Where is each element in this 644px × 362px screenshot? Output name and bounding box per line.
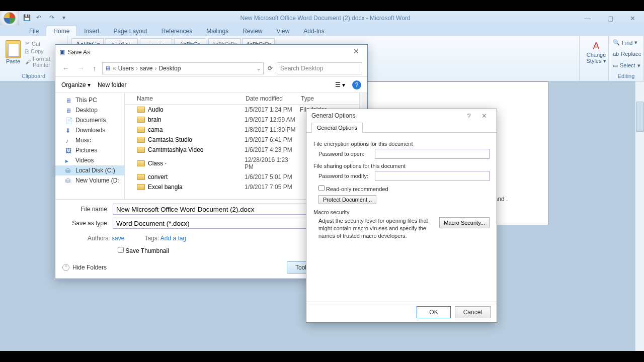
- nav-icon: ♪: [65, 137, 72, 143]
- close-button[interactable]: ✕: [621, 13, 644, 23]
- encryption-section-label: File encryption options for this documen…: [313, 141, 490, 147]
- general-options-tab[interactable]: General Options: [311, 123, 363, 133]
- vertical-scrollbar[interactable]: [635, 81, 644, 351]
- redo-icon[interactable]: ↷: [49, 14, 57, 22]
- macro-section-label: Macro security: [313, 209, 490, 215]
- save-icon[interactable]: 💾: [23, 14, 31, 22]
- nav-item[interactable]: 🖼Pictures: [55, 145, 124, 155]
- folder-icon: [137, 137, 145, 143]
- search-input[interactable]: Search Desktop: [277, 62, 362, 74]
- folder-icon: [137, 184, 145, 190]
- folder-icon: [137, 127, 145, 133]
- authors-label: Authors:: [88, 235, 110, 242]
- readonly-checkbox[interactable]: Read-only recommended: [318, 185, 388, 192]
- password-open-label: Password to open:: [318, 151, 371, 157]
- folder-icon: [137, 160, 145, 166]
- nav-up-button[interactable]: ↑: [91, 64, 98, 72]
- navigation-pane: 🖥This PC🖥Desktop📄Documents⬇Downloads♪Mus…: [55, 93, 125, 199]
- find-button[interactable]: 🔍Find ▾: [613, 38, 639, 47]
- tags-value[interactable]: Add a tag: [160, 235, 186, 242]
- change-styles-button[interactable]: A Change Styles ▾: [584, 38, 609, 64]
- nav-icon: 📄: [65, 117, 72, 123]
- nav-item[interactable]: ⛁New Volume (D:: [55, 175, 124, 186]
- nav-forward-button[interactable]: →: [75, 64, 87, 72]
- col-type[interactable]: Type: [299, 93, 359, 104]
- nav-item[interactable]: ♪Music: [55, 135, 124, 145]
- password-open-input[interactable]: [375, 149, 490, 159]
- breadcrumb[interactable]: 🖥 « Users› save› Desktop ⌄: [102, 62, 264, 74]
- nav-icon: ▸: [65, 157, 72, 163]
- save-as-title: Save As: [68, 49, 90, 56]
- nav-back-button[interactable]: ←: [60, 64, 71, 72]
- cancel-button[interactable]: Cancel: [455, 306, 491, 318]
- paste-button[interactable]: Paste: [4, 38, 22, 73]
- scrollbar-thumb[interactable]: [636, 102, 644, 132]
- col-name[interactable]: Name: [125, 93, 244, 104]
- clipboard-group-label: Clipboard: [4, 73, 63, 80]
- password-modify-input[interactable]: [375, 171, 490, 181]
- organize-button[interactable]: Organize ▾: [61, 81, 91, 88]
- change-styles-icon: A: [584, 40, 609, 52]
- nav-item[interactable]: ▸Videos: [55, 155, 124, 165]
- word-icon: ▣: [59, 49, 65, 56]
- nav-icon: 🖼: [65, 147, 72, 153]
- nav-item[interactable]: ⬇Downloads: [55, 125, 124, 135]
- qat-dropdown-icon[interactable]: ▾: [62, 14, 70, 22]
- new-folder-button[interactable]: New folder: [98, 81, 126, 88]
- copy-icon: ⎘: [25, 48, 29, 54]
- tab-references[interactable]: References: [154, 26, 199, 36]
- tab-page-layout[interactable]: Page Layout: [106, 26, 154, 36]
- refresh-button[interactable]: ⟳: [268, 65, 273, 72]
- nav-icon: ⛁: [65, 177, 72, 184]
- nav-item[interactable]: 🖥This PC: [55, 95, 124, 105]
- hide-folders-button[interactable]: ˄Hide Folders: [62, 264, 282, 271]
- office-button[interactable]: [0, 11, 19, 25]
- tab-addins[interactable]: Add-Ins: [296, 26, 331, 36]
- tab-mailings[interactable]: Mailings: [199, 26, 235, 36]
- general-options-close-button[interactable]: ✕: [476, 112, 492, 120]
- replace-button[interactable]: abReplace: [613, 50, 639, 58]
- tab-home[interactable]: Home: [46, 26, 77, 36]
- undo-icon[interactable]: ↶: [36, 14, 44, 22]
- help-button[interactable]: ?: [461, 112, 476, 120]
- tags-label: Tags:: [144, 235, 159, 242]
- maximize-button[interactable]: ▢: [599, 13, 621, 23]
- paste-label: Paste: [6, 58, 20, 64]
- help-icon[interactable]: ?: [352, 80, 361, 89]
- brush-icon: 🖌: [25, 59, 31, 65]
- save-type-label: Save as type:: [62, 220, 113, 227]
- tab-file[interactable]: File: [22, 26, 46, 36]
- col-date[interactable]: Date modified: [244, 93, 299, 104]
- select-icon: ▭: [613, 62, 618, 69]
- macro-description: Adjust the security level for opening fi…: [318, 217, 434, 240]
- nav-icon: ⬇: [65, 127, 72, 133]
- sharing-section-label: File sharing options for this document: [313, 163, 490, 169]
- document-title: New Microsoft Office Word Document (2).d…: [74, 15, 576, 22]
- select-button[interactable]: ▭Select ▾: [613, 61, 639, 70]
- nav-item[interactable]: ⛁Local Disk (C:): [55, 165, 124, 175]
- save-as-close-button[interactable]: ✕: [349, 47, 363, 57]
- word-titlebar: 💾 ↶ ↷ ▾ New Microsoft Office Word Docume…: [0, 11, 644, 25]
- minimize-button[interactable]: —: [576, 13, 599, 23]
- nav-item[interactable]: 🖥Desktop: [55, 105, 124, 115]
- chevron-up-icon: ˄: [62, 264, 69, 271]
- nav-icon: 🖥: [65, 107, 72, 113]
- tab-view[interactable]: View: [270, 26, 297, 36]
- nav-item[interactable]: 📄Documents: [55, 115, 124, 125]
- pc-icon: 🖥: [105, 65, 111, 72]
- scissors-icon: ✂: [25, 40, 30, 47]
- editing-group-label: Editing: [613, 73, 639, 80]
- macro-security-button[interactable]: Macro Security...: [439, 217, 490, 228]
- tab-review[interactable]: Review: [235, 26, 269, 36]
- nav-icon: 🖥: [65, 97, 72, 103]
- ok-button[interactable]: OK: [417, 306, 450, 318]
- folder-icon: [137, 174, 145, 180]
- replace-icon: ab: [613, 51, 619, 57]
- protect-document-button[interactable]: Protect Document...: [318, 195, 376, 204]
- password-modify-label: Password to modify:: [318, 173, 371, 179]
- authors-value[interactable]: save: [112, 235, 124, 242]
- view-options-button[interactable]: ☰ ▾: [335, 81, 345, 88]
- folder-icon: [137, 107, 145, 113]
- save-thumbnail-checkbox[interactable]: Save Thumbnail: [118, 247, 169, 254]
- tab-insert[interactable]: Insert: [77, 26, 106, 36]
